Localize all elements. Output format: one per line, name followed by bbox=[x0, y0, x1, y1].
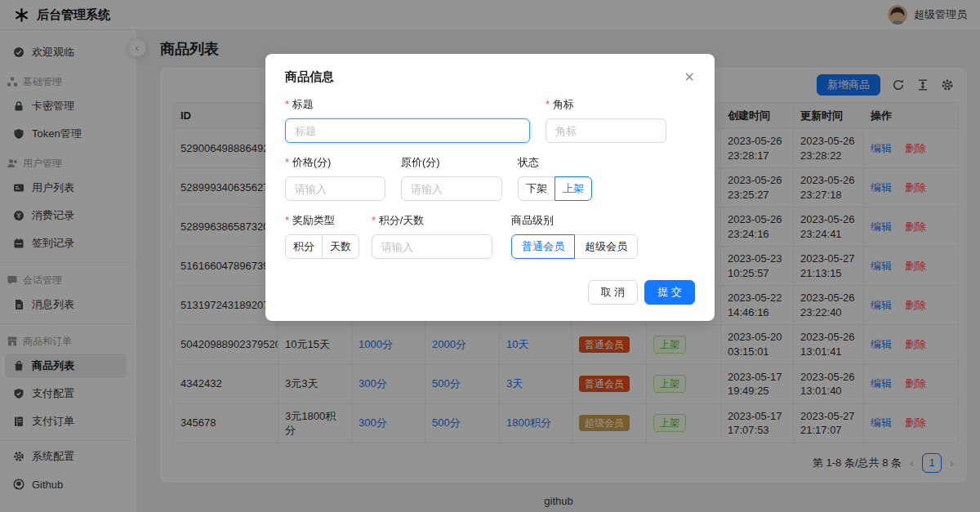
price-input[interactable] bbox=[285, 176, 385, 201]
field-label-reward-type: 奖励类型 bbox=[285, 213, 359, 228]
field-label-level: 商品级别 bbox=[511, 213, 638, 228]
cancel-button[interactable]: 取 消 bbox=[588, 280, 639, 305]
field-label-price: 价格(分) bbox=[285, 155, 385, 170]
product-info-modal: 商品信息 ✕ 标题 角标 价格(分) 原价(分) 状态 下架 上架 bbox=[265, 54, 715, 321]
reward-value-input[interactable] bbox=[372, 234, 492, 259]
status-option-on[interactable]: 上架 bbox=[555, 176, 592, 201]
field-label-status: 状态 bbox=[518, 155, 592, 170]
level-option-super[interactable]: 超级会员 bbox=[574, 234, 638, 259]
level-option-normal[interactable]: 普通会员 bbox=[511, 234, 575, 259]
submit-button[interactable]: 提 交 bbox=[644, 280, 695, 305]
field-label-reward-value: 积分/天数 bbox=[372, 213, 492, 228]
original-price-input[interactable] bbox=[401, 176, 502, 201]
status-option-off[interactable]: 下架 bbox=[518, 176, 555, 201]
field-label-badge: 角标 bbox=[546, 97, 666, 112]
modal-title: 商品信息 bbox=[285, 69, 334, 85]
close-icon[interactable]: ✕ bbox=[684, 71, 695, 84]
field-label-original-price: 原价(分) bbox=[401, 155, 502, 170]
reward-type-option-points[interactable]: 积分 bbox=[285, 234, 323, 259]
level-radio-group: 普通会员 超级会员 bbox=[511, 234, 638, 259]
reward-type-radio-group: 积分 天数 bbox=[285, 234, 359, 259]
reward-type-option-days[interactable]: 天数 bbox=[322, 234, 359, 259]
badge-input[interactable] bbox=[546, 118, 666, 143]
status-radio-group: 下架 上架 bbox=[518, 176, 592, 201]
title-input[interactable] bbox=[285, 118, 530, 143]
field-label-title: 标题 bbox=[285, 97, 530, 112]
